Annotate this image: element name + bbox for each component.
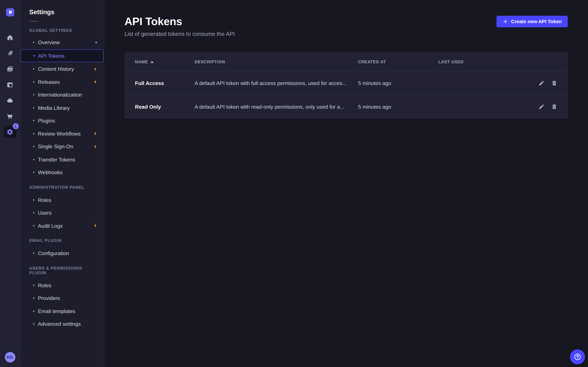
section-label-global-settings: GLOBAL SETTINGS bbox=[29, 28, 98, 33]
rail-footer: KD bbox=[0, 347, 20, 367]
settings-notification-badge: 1 bbox=[13, 123, 19, 129]
table-header-row: NAME DESCRIPTION CREATED AT LAST USED bbox=[125, 52, 567, 71]
sidebar-item-releases[interactable]: Releases bbox=[20, 75, 104, 88]
content-type-builder-icon[interactable] bbox=[4, 47, 16, 59]
lightning-icon bbox=[93, 223, 98, 228]
delete-trash-icon[interactable] bbox=[551, 80, 557, 86]
sidebar-title: Settings bbox=[29, 9, 104, 16]
sidebar-item-roles-up[interactable]: Roles bbox=[20, 279, 104, 292]
page-subtitle: List of generated tokens to consume the … bbox=[124, 31, 568, 37]
sidebar-item-label: Advanced settings bbox=[38, 321, 81, 327]
sidebar-item-label: Providers bbox=[38, 295, 60, 301]
bullet-icon bbox=[33, 298, 35, 299]
table-row-full-access[interactable]: Full Access A default API token with ful… bbox=[125, 72, 567, 95]
sidebar-item-audit-logs[interactable]: Audit Logs bbox=[20, 219, 104, 232]
token-description: A default API token with read-only permi… bbox=[195, 104, 358, 110]
column-header-label: NAME bbox=[135, 59, 148, 64]
sidebar-item-label: Overview bbox=[38, 40, 60, 45]
home-icon[interactable] bbox=[4, 32, 16, 43]
create-api-token-button[interactable]: Create new API Token bbox=[497, 16, 568, 27]
marketplace-cart-icon[interactable] bbox=[4, 110, 16, 122]
sidebar-item-transfer-tokens[interactable]: Transfer Tokens bbox=[20, 153, 104, 166]
sidebar-item-label: Email templates bbox=[38, 308, 75, 314]
sidebar-item-plugins[interactable]: Plugins bbox=[20, 114, 104, 127]
sidebar-item-media-library[interactable]: Media Library bbox=[20, 101, 104, 114]
token-name: Read Only bbox=[135, 104, 195, 110]
sidebar-divider bbox=[29, 21, 38, 22]
sidebar-item-roles-admin[interactable]: Roles bbox=[20, 193, 104, 206]
column-header-last-used[interactable]: LAST USED bbox=[438, 59, 526, 64]
sidebar-item-label: Internationalization bbox=[38, 92, 82, 98]
workspace-logo[interactable] bbox=[0, 0, 20, 25]
token-description: A default API token with full access per… bbox=[195, 80, 358, 86]
nav-rail: 1 KD bbox=[0, 0, 20, 367]
row-actions bbox=[526, 104, 557, 110]
sidebar-item-label: Releases bbox=[38, 79, 60, 85]
sidebar-item-label: Webhooks bbox=[38, 169, 62, 175]
column-header-created-at[interactable]: CREATED AT bbox=[358, 59, 438, 64]
bullet-icon bbox=[33, 42, 35, 43]
sidebar-item-label: Single Sign-On bbox=[38, 143, 73, 150]
settings-gear-icon[interactable]: 1 bbox=[4, 126, 16, 138]
question-mark-icon bbox=[573, 353, 582, 361]
lightning-icon bbox=[93, 79, 98, 84]
sidebar-item-overview[interactable]: Overview bbox=[20, 36, 104, 49]
delete-trash-icon[interactable] bbox=[551, 104, 557, 110]
sidebar-item-label: Audit Logs bbox=[38, 223, 63, 229]
sidebar-item-label: Plugins bbox=[38, 118, 55, 124]
content-manager-icon[interactable] bbox=[4, 79, 16, 91]
sidebar-item-internationalization[interactable]: Internationalization bbox=[20, 88, 104, 101]
bullet-icon bbox=[33, 94, 35, 96]
bullet-icon bbox=[33, 146, 35, 147]
cloud-icon[interactable] bbox=[4, 94, 16, 106]
sidebar-item-users[interactable]: Users bbox=[20, 206, 104, 219]
token-created-at: 5 minutes ago bbox=[358, 104, 438, 110]
bullet-icon bbox=[33, 172, 35, 173]
create-api-token-label: Create new API Token bbox=[511, 19, 562, 24]
bullet-icon bbox=[33, 120, 35, 121]
sidebar-item-label: Media Library bbox=[38, 105, 70, 111]
media-library-icon[interactable] bbox=[4, 63, 16, 75]
lightning-icon bbox=[93, 67, 98, 71]
column-header-label: CREATED AT bbox=[358, 59, 386, 64]
sidebar-item-label: Transfer Tokens bbox=[38, 156, 75, 162]
sidebar-item-providers[interactable]: Providers bbox=[20, 292, 104, 305]
edit-pencil-icon[interactable] bbox=[538, 104, 545, 110]
bullet-icon bbox=[33, 310, 35, 312]
sidebar-item-label: API Tokens bbox=[38, 53, 65, 59]
app-window: 1 KD Settings GLOBAL SETTINGS Overview A… bbox=[0, 0, 588, 367]
column-header-description[interactable]: DESCRIPTION bbox=[195, 59, 358, 64]
bullet-icon bbox=[33, 284, 35, 286]
sort-asc-icon bbox=[150, 60, 154, 63]
strapi-logo-icon bbox=[6, 8, 14, 17]
sidebar-item-webhooks[interactable]: Webhooks bbox=[20, 166, 104, 179]
sidebar-item-api-tokens[interactable]: API Tokens bbox=[21, 50, 104, 62]
notification-dot-icon bbox=[95, 42, 97, 43]
rail-icon-list: 1 bbox=[0, 25, 20, 347]
user-avatar[interactable]: KD bbox=[5, 352, 15, 362]
sidebar-item-label: Review Workflows bbox=[38, 131, 81, 137]
lightning-icon bbox=[93, 144, 98, 149]
token-created-at: 5 minutes ago bbox=[358, 80, 438, 86]
bullet-icon bbox=[33, 225, 35, 226]
edit-pencil-icon[interactable] bbox=[538, 80, 545, 86]
sidebar-item-single-sign-on[interactable]: Single Sign-On bbox=[20, 140, 104, 153]
bullet-icon bbox=[33, 133, 35, 134]
table-row-read-only[interactable]: Read Only A default API token with read-… bbox=[125, 95, 567, 118]
help-button[interactable] bbox=[570, 349, 585, 364]
sidebar-item-label: Content History bbox=[38, 66, 74, 72]
column-header-name[interactable]: NAME bbox=[135, 59, 195, 64]
bullet-icon bbox=[33, 55, 35, 57]
sidebar-item-email-templates[interactable]: Email templates bbox=[20, 305, 104, 317]
sidebar-item-advanced-settings[interactable]: Advanced settings bbox=[20, 317, 104, 330]
token-name: Full Access bbox=[135, 80, 195, 86]
sidebar-item-content-history[interactable]: Content History bbox=[20, 62, 104, 75]
plus-icon bbox=[502, 19, 508, 24]
main-content: API Tokens List of generated tokens to c… bbox=[104, 0, 588, 367]
sidebar-item-label: Roles bbox=[38, 197, 51, 203]
bullet-icon bbox=[33, 81, 35, 83]
settings-sidebar: Settings GLOBAL SETTINGS Overview API To… bbox=[20, 0, 104, 367]
sidebar-item-configuration[interactable]: Configuration bbox=[20, 247, 104, 260]
section-label-email-plugin: EMAIL PLUGIN bbox=[29, 238, 98, 243]
sidebar-item-review-workflows[interactable]: Review Workflows bbox=[20, 127, 104, 140]
